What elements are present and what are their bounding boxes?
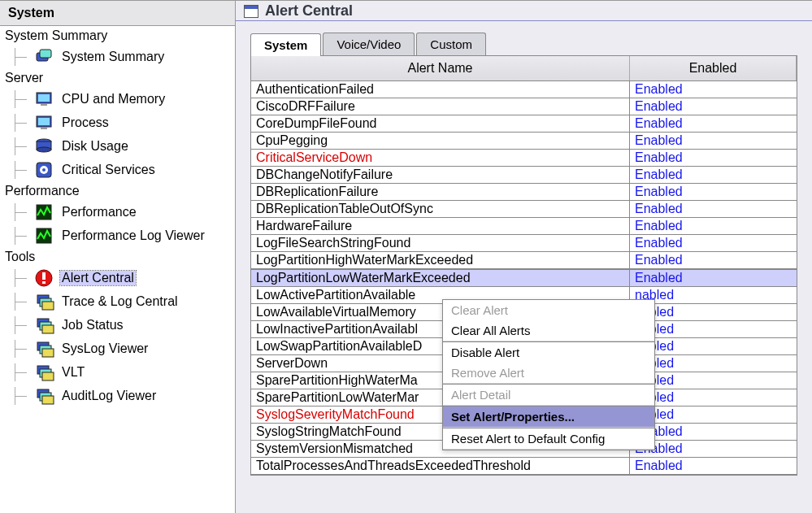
svg-rect-24 — [42, 325, 54, 333]
tree-group[interactable]: System Summary — [2, 26, 233, 45]
stack-icon — [34, 292, 55, 311]
alert-name-cell: LogPartitionLowWaterMarkExceeded — [251, 270, 630, 286]
monitor-icon — [34, 113, 55, 133]
enabled-cell: Enabled — [630, 133, 797, 149]
tree-item-alert-central[interactable]: Alert Central — [2, 266, 233, 289]
table-row[interactable]: HardwareFailureEnabled — [251, 218, 797, 235]
tree-group[interactable]: Performance — [2, 181, 233, 200]
tree-item-label: Disk Usage — [60, 139, 130, 154]
table-row[interactable]: LogPartitionLowWaterMarkExceededEnabled — [251, 269, 797, 287]
alert-name-cell: CiscoDRFFailure — [251, 98, 630, 115]
tree-connector — [15, 114, 29, 132]
tree-item-vlt[interactable]: VLT — [2, 360, 233, 384]
context-menu: Clear AlertClear All AlertsDisable Alert… — [442, 299, 655, 450]
tree-item-process[interactable]: Process — [2, 111, 233, 134]
monitor-icon — [34, 89, 55, 109]
tree-item-performance[interactable]: Performance — [2, 200, 233, 224]
stack-icon — [34, 315, 55, 335]
tree-item-label: Alert Central — [60, 271, 136, 285]
tree-item-label: Performance Log Viewer — [60, 228, 206, 243]
alert-name-cell: DBChangeNotifyFailure — [251, 167, 630, 183]
enabled-cell: Enabled — [630, 115, 797, 132]
table-row[interactable]: DBChangeNotifyFailureEnabled — [251, 167, 797, 184]
tab-custom[interactable]: Custom — [416, 33, 486, 55]
window-icon — [244, 5, 258, 18]
svg-rect-3 — [38, 94, 50, 102]
svg-rect-7 — [41, 128, 47, 129]
tree-item-label: AuditLog Viewer — [60, 389, 158, 403]
tabs: SystemVoice/VideoCustom — [236, 21, 812, 55]
tree-connector — [15, 48, 29, 66]
tree-item-critical-services[interactable]: Critical Services — [2, 158, 233, 181]
tree-item-label: System Summary — [60, 50, 166, 64]
table-row[interactable]: CriticalServiceDownEnabled — [251, 150, 797, 167]
tree-connector — [15, 340, 29, 358]
nav-tree: System SummarySystem SummaryServerCPU an… — [0, 26, 235, 414]
tree-item-label: Performance — [60, 205, 138, 220]
tree-item-performance-log-viewer[interactable]: Performance Log Viewer — [2, 224, 233, 247]
tab-system[interactable]: System — [250, 33, 321, 56]
table-row[interactable]: CiscoDRFFailureEnabled — [251, 98, 797, 115]
alert-icon — [34, 268, 55, 288]
enabled-cell: Enabled — [630, 81, 797, 98]
perf-icon — [34, 226, 55, 246]
svg-rect-33 — [42, 396, 54, 404]
tree-connector — [15, 137, 29, 155]
table-row[interactable]: CoreDumpFileFoundEnabled — [251, 115, 797, 133]
col-alert-name[interactable]: Alert Name — [251, 56, 630, 80]
table-row[interactable]: AuthenticationFailedEnabled — [251, 81, 797, 98]
tree-connector — [15, 293, 29, 311]
tree-item-job-status[interactable]: Job Status — [2, 313, 233, 337]
stack-icon — [34, 339, 55, 359]
menu-item-set-alert-properties[interactable]: Set Alert/Properties... — [443, 406, 654, 428]
table-row[interactable]: DBReplicationFailureEnabled — [251, 184, 797, 201]
tab-voice-video[interactable]: Voice/Video — [323, 33, 415, 55]
tree-item-label: Job Status — [60, 318, 125, 333]
summary-icon — [34, 47, 55, 67]
col-enabled[interactable]: Enabled — [630, 56, 797, 80]
tree-item-label: SysLog Viewer — [60, 341, 150, 356]
svg-point-10 — [37, 147, 51, 152]
menu-item-reset-alert-to-default-config[interactable]: Reset Alert to Default Config — [443, 428, 654, 450]
menu-item-remove-alert: Remove Alert — [443, 363, 654, 384]
disk-icon — [34, 137, 55, 156]
alert-name-cell: LogFileSearchStringFound — [251, 235, 630, 251]
alert-name-cell: CoreDumpFileFound — [251, 115, 630, 132]
tree-item-syslog-viewer[interactable]: SysLog Viewer — [2, 337, 233, 360]
alert-name-cell: DBReplicationFailure — [251, 184, 630, 200]
sidebar: System System SummarySystem SummaryServe… — [0, 0, 236, 513]
stack-icon — [34, 386, 55, 406]
menu-item-alert-detail: Alert Detail — [443, 385, 654, 406]
enabled-cell: Enabled — [630, 184, 797, 200]
tree-item-auditlog-viewer[interactable]: AuditLog Viewer — [2, 384, 233, 407]
menu-item-clear-alert: Clear Alert — [443, 300, 654, 320]
tree-connector — [15, 363, 29, 381]
table-row[interactable]: TotalProcessesAndThreadsExceededThreshol… — [251, 458, 797, 475]
tree-item-cpu-and-memory[interactable]: CPU and Memory — [2, 87, 233, 111]
tree-item-label: Trace & Log Central — [60, 294, 180, 309]
alert-name-cell: LogPartitionHighWaterMarkExceeded — [251, 252, 630, 268]
table-row[interactable]: LogPartitionHighWaterMarkExceededEnabled — [251, 252, 797, 269]
tree-item-system-summary[interactable]: System Summary — [2, 45, 233, 68]
tree-item-disk-usage[interactable]: Disk Usage — [2, 134, 233, 158]
main-titlebar: Alert Central — [236, 0, 812, 21]
table-row[interactable]: CpuPeggingEnabled — [251, 133, 797, 150]
table-row[interactable]: LogFileSearchStringFoundEnabled — [251, 235, 797, 252]
svg-rect-18 — [42, 281, 46, 284]
main-title: Alert Central — [265, 2, 353, 20]
tree-connector — [15, 203, 29, 221]
svg-rect-17 — [42, 272, 46, 280]
svg-rect-21 — [42, 302, 54, 310]
menu-item-clear-all-alerts[interactable]: Clear All Alerts — [443, 320, 654, 341]
svg-rect-1 — [40, 50, 51, 58]
svg-point-13 — [42, 168, 46, 172]
table-row[interactable]: DBReplicationTableOutOfSyncEnabled — [251, 201, 797, 218]
tree-group[interactable]: Tools — [2, 247, 233, 266]
tree-item-trace-log-central[interactable]: Trace & Log Central — [2, 289, 233, 313]
alert-name-cell: CriticalServiceDown — [251, 150, 630, 166]
alert-name-cell: AuthenticationFailed — [251, 81, 630, 98]
tree-group[interactable]: Server — [2, 68, 233, 87]
tree-connector — [15, 387, 29, 405]
enabled-cell: Enabled — [630, 458, 797, 474]
menu-item-disable-alert[interactable]: Disable Alert — [443, 342, 654, 363]
